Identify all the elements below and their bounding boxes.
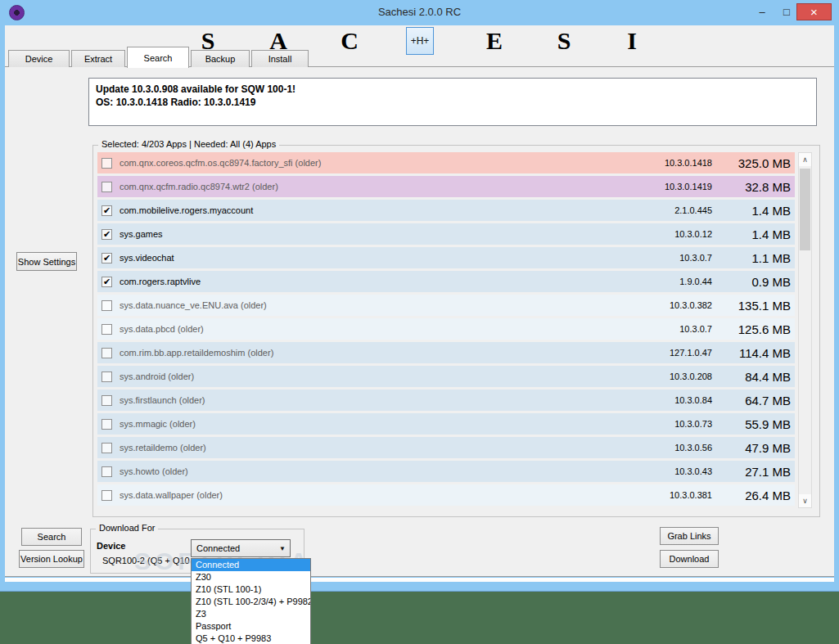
tab-backup[interactable]: Backup [191,50,250,67]
app-version: 10.3.0.43 [647,466,712,476]
device-combobox[interactable]: Connected ▼ [191,539,291,557]
app-checkbox-unchecked[interactable] [101,348,112,358]
app-row: ✔sys.games10.3.0.121.4 MB [97,223,795,245]
app-row: sys.android (older)10.3.0.20884.4 MB [97,366,795,387]
app-name: com.rim.bb.app.retaildemoshim (older) [120,348,647,358]
app-size: 0.9 MB [725,275,791,289]
scroll-down-icon[interactable]: ∨ [799,494,811,507]
app-version: 10.3.0.208 [647,372,712,381]
app-checkbox-unchecked[interactable] [101,395,112,406]
update-line2: OS: 10.3.0.1418 Radio: 10.3.0.1419 [96,96,810,109]
logo-letter-3: E [486,27,503,55]
chevron-down-icon: ▼ [275,545,290,552]
app-size: 1.4 MB [725,204,791,218]
app-name: sys.videochat [120,253,647,263]
desktop: Sachesi 2.0.0 RC – □ × SACESI +H+ Device… [0,0,839,644]
app-checkbox-unchecked[interactable] [101,466,112,477]
app-name: com.qnx.coreos.qcfm.os.qc8974.factory_sf… [120,158,647,168]
app-name: com.rogers.raptvlive [120,277,647,286]
app-size: 27.1 MB [725,465,791,479]
app-checkbox-unchecked[interactable] [101,443,112,453]
app-checkbox-unchecked[interactable] [101,182,112,192]
minimize-button[interactable]: – [749,3,775,20]
app-size: 55.9 MB [725,417,791,431]
app-name: sys.games [120,229,647,239]
search-button[interactable]: Search [21,528,82,546]
combo-option[interactable]: Z10 (STL 100-2/3/4) + P9982 [192,596,310,608]
app-checkbox-unchecked[interactable] [101,419,112,430]
apps-groupbox-title: Selected: 4/203 Apps | Needed: All (4) A… [98,139,279,149]
client-area: SACESI +H+ DeviceExtractSearchBackupInst… [5,25,834,577]
close-button[interactable]: × [796,3,832,20]
app-name: sys.retaildemo (older) [120,443,647,453]
app-row: sys.data.pbcd (older)10.3.0.7125.6 MB [97,318,795,340]
tab-install[interactable]: Install [251,50,309,67]
update-line1: Update 10.3.0.908 available for SQW 100-… [96,83,810,96]
show-settings-button[interactable]: Show Settings [16,252,77,271]
version-lookup-button[interactable]: Version Lookup [19,550,84,568]
app-size: 32.8 MB [725,180,791,194]
app-name: sys.data.pbcd (older) [120,324,647,334]
app-checkbox-checked[interactable]: ✔ [101,253,112,263]
app-checkbox-checked[interactable]: ✔ [101,277,112,287]
app-version: 10.3.0.382 [647,300,712,310]
app-name: sys.mmagic (older) [120,419,647,429]
app-size: 26.4 MB [725,489,791,502]
combo-option[interactable]: Passport [192,620,310,633]
app-name: sys.howto (older) [120,466,647,476]
app-row: ✔com.rogers.raptvlive1.9.0.440.9 MB [97,271,795,292]
combo-option[interactable]: Connected [192,559,310,571]
app-version: 10.3.0.73 [647,419,712,429]
app-row: ✔sys.videochat10.3.0.71.1 MB [97,247,795,268]
app-version: 10.3.0.56 [647,443,712,453]
tab-search[interactable]: Search [127,47,189,68]
maximize-button[interactable]: □ [776,3,797,20]
device-dropdown-list: ConnectedZ30Z10 (STL 100-1)Z10 (STL 100-… [191,558,311,644]
app-checkbox-unchecked[interactable] [101,490,112,501]
app-row: sys.retaildemo (older)10.3.0.5647.9 MB [97,437,795,458]
app-row: sys.mmagic (older)10.3.0.7355.9 MB [97,413,795,435]
tab-device[interactable]: Device [8,50,70,67]
apps-groupbox: Selected: 4/203 Apps | Needed: All (4) A… [92,145,820,517]
app-version: 1.9.0.44 [647,277,712,286]
app-size: 84.4 MB [725,370,791,384]
app-name: sys.firstlaunch (older) [120,395,647,405]
app-size: 1.1 MB [725,251,791,265]
app-version: 10.3.0.12 [647,229,712,239]
combo-option[interactable]: Z10 (STL 100-1) [192,583,310,596]
app-row: sys.firstlaunch (older)10.3.0.8464.7 MB [97,390,795,411]
app-version: 10.3.0.1418 [647,158,712,168]
app-size: 47.9 MB [725,441,791,455]
scroll-up-icon[interactable]: ∧ [799,153,811,166]
app-size: 114.4 MB [725,346,791,360]
device-combobox-value: Connected [192,543,275,553]
app-list-scrollbar[interactable]: ∧ ∨ [798,152,812,508]
app-row: sys.data.wallpaper (older)10.3.0.38126.4… [97,484,795,506]
app-name: sys.android (older) [120,372,647,381]
hidden-h-button[interactable]: +H+ [406,27,434,55]
app-checkbox-unchecked[interactable] [101,300,112,311]
app-row: ✔com.mobilelive.rogers.myaccount2.1.0.44… [97,200,795,221]
app-name: sys.data.nuance_ve.ENU.ava (older) [120,300,647,310]
tab-extract[interactable]: Extract [71,50,125,67]
combo-option[interactable]: Z3 [192,608,310,620]
scrollbar-thumb[interactable] [800,169,810,250]
app-checkbox-unchecked[interactable] [101,158,112,169]
combo-option[interactable]: Q5 + Q10 + P9983 [192,633,310,644]
app-checkbox-unchecked[interactable] [101,324,112,335]
app-size: 135.1 MB [725,299,791,313]
download-for-title: Download For [96,523,158,533]
app-checkbox-unchecked[interactable] [101,372,112,382]
logo-letter-4: S [557,27,571,55]
device-label: Device [97,541,125,551]
combo-option[interactable]: Z30 [192,571,310,583]
app-version: 10.3.0.7 [647,324,712,334]
logo-letter-2: C [341,27,359,55]
download-button[interactable]: Download [660,550,719,568]
app-checkbox-checked[interactable]: ✔ [101,229,112,240]
grab-links-button[interactable]: Grab Links [660,527,719,545]
app-size: 325.0 MB [725,156,791,170]
titlebar[interactable]: Sachesi 2.0.0 RC – □ × [0,0,839,25]
app-version: 2.1.0.445 [647,205,712,215]
app-checkbox-checked[interactable]: ✔ [101,205,112,216]
